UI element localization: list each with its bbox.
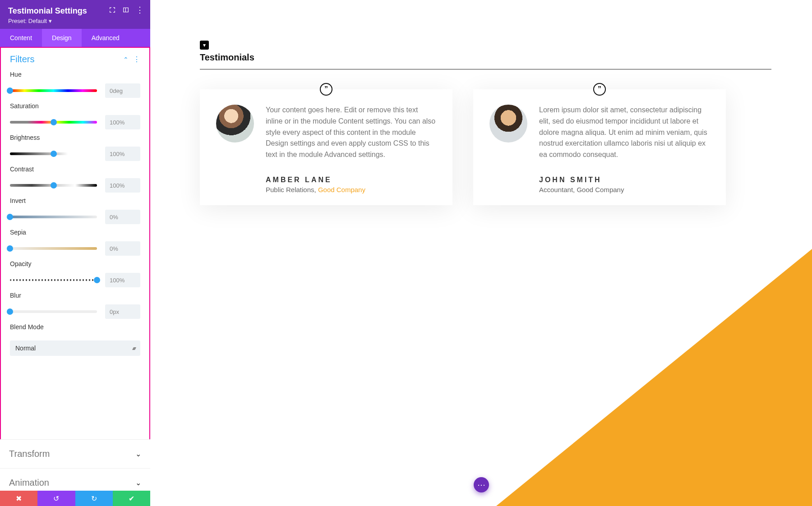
saturation-slider[interactable] [10,121,97,124]
company-link[interactable]: Good Company [318,186,365,193]
invert-value[interactable]: 0% [105,210,140,224]
avatar [489,105,527,143]
panel-icon[interactable] [122,6,129,15]
transform-section[interactable]: Transform ⌄ [0,439,150,468]
sepia-label: Sepia [10,229,140,236]
hue-value[interactable]: 0deg [105,83,140,98]
sepia-value[interactable]: 0% [105,241,140,256]
preview-canvas: ▾ Testimonials ” Your content goes here.… [150,0,812,506]
brightness-slider[interactable] [10,152,97,155]
tab-design[interactable]: Design [42,29,82,47]
blend-mode-select[interactable]: Normal ▴▾ [10,340,140,356]
saturation-label: Saturation [10,102,140,110]
collapsed-sections: Transform ⌄ Animation ⌄ [0,439,150,491]
filters-section-title[interactable]: Filters [10,54,34,64]
testimonial-text: Lorem ipsum dolor sit amet, consectetur … [539,105,710,161]
quote-icon: ” [593,83,606,96]
testimonial-role: Accountant, Good Company [539,186,710,193]
tab-content[interactable]: Content [0,29,42,47]
animation-section[interactable]: Animation ⌄ [0,468,150,491]
caret-down-icon: ▾ [49,18,52,24]
testimonial-card: ” Your content goes here. Edit or remove… [200,89,452,205]
avatar [216,105,254,143]
testimonial-card: ” Lorem ipsum dolor sit amet, consectetu… [473,89,726,205]
company-text: Good Company [577,186,624,193]
testimonial-author: AMBER LANE [266,176,436,184]
hue-label: Hue [10,71,140,78]
invert-label: Invert [10,197,140,204]
sidebar-footer: ✖ ↺ ↻ ✔ [0,491,150,506]
blend-mode-label: Blend Mode [10,323,140,331]
focus-icon[interactable] [109,6,116,15]
save-button[interactable]: ✔ [113,491,150,506]
tab-advanced[interactable]: Advanced [82,29,129,47]
select-caret-icon: ▴▾ [132,345,135,351]
testimonial-text: Your content goes here. Edit or remove t… [266,105,436,161]
section-heading: Testimonials [200,52,771,69]
section-menu-icon[interactable]: ⋮ [133,55,140,64]
hue-slider[interactable] [10,89,97,92]
chevron-down-icon: ⌄ [135,450,141,458]
testimonial-role: Public Relations, Good Company [266,186,436,193]
brightness-label: Brightness [10,134,140,141]
cancel-button[interactable]: ✖ [0,491,37,506]
contrast-slider[interactable] [10,184,97,187]
chevron-down-icon: ⌄ [135,478,141,487]
settings-tabs: Content Design Advanced [0,29,150,47]
testimonial-author: JOHN SMITH [539,176,710,184]
invert-slider[interactable] [10,216,97,218]
preset-selector[interactable]: Preset: Default ▾ [8,18,142,24]
sepia-slider[interactable] [10,247,97,250]
undo-button[interactable]: ↺ [37,491,75,506]
blur-label: Blur [10,292,140,299]
settings-sidebar: Testimonial Settings Preset: Default ▾ ⋮… [0,0,150,506]
more-icon[interactable]: ⋮ [136,6,144,15]
redo-button[interactable]: ↻ [75,491,113,506]
collapse-icon[interactable]: ⌃ [123,56,129,63]
blur-value[interactable]: 0px [105,304,140,319]
saturation-value[interactable]: 100% [105,115,140,129]
quote-icon: ” [320,83,332,96]
brightness-value[interactable]: 100% [105,147,140,161]
contrast-label: Contrast [10,166,140,173]
opacity-value[interactable]: 100% [105,273,140,287]
sidebar-header: Testimonial Settings Preset: Default ▾ ⋮ [0,0,150,29]
blur-slider[interactable] [10,310,97,313]
design-panel[interactable]: Filters ⌃ ⋮ Hue 0deg Saturation 10 [0,47,150,439]
floating-action-button[interactable]: ⋯ [474,477,489,492]
decorative-triangle [496,249,812,506]
module-badge-icon[interactable]: ▾ [200,41,209,50]
contrast-value[interactable]: 100% [105,178,140,193]
opacity-label: Opacity [10,260,140,267]
opacity-slider[interactable] [10,279,97,281]
